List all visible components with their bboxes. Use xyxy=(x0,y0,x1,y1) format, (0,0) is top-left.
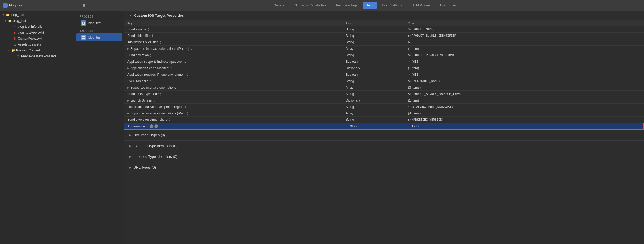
value-cell[interactable]: ⌃ Light xyxy=(405,123,644,130)
project-item-icon xyxy=(81,20,86,26)
value-cell[interactable]: ⌃ $(DEVELOPMENT_LANGUAGE) xyxy=(405,104,644,110)
tab-build-phases[interactable]: Build Phases xyxy=(407,2,435,9)
tree-root[interactable]: ▼ 📁 blog_test xyxy=(0,12,75,18)
table-row[interactable]: Bundle version ▲▼ String $(CURRENT_PROJE… xyxy=(124,52,644,58)
table-row[interactable]: Bundle OS Type code ▲▼ String $(PRODUCT_… xyxy=(124,91,644,97)
row-stepper[interactable]: ▲▼ xyxy=(152,34,153,38)
row-label: Appearance xyxy=(128,124,145,128)
expand-arrow[interactable]: ▶ xyxy=(127,112,129,115)
value-cell[interactable]: $(PRODUCT_NAME) xyxy=(405,26,644,33)
value-cell[interactable]: ⌃ YES xyxy=(405,58,644,65)
type-cell: Boolean xyxy=(342,71,405,78)
tree-preview-content[interactable]: ▼ 📁 Preview Content xyxy=(0,47,75,53)
type-cell: Array xyxy=(342,110,405,117)
target-item-label: blog_test xyxy=(88,36,102,39)
row-label: Supported interface orientations (iPad) xyxy=(130,111,186,115)
row-stepper[interactable]: ▲▼ xyxy=(187,60,189,64)
table-row[interactable]: ▶ Supported interface orientations (iPad… xyxy=(124,110,644,117)
url-types-section[interactable]: ▶ URL Types (0) xyxy=(124,162,644,173)
tree-app-swift[interactable]: S blog_testApp.swift xyxy=(0,30,75,36)
row-label: Application supports indirect input even… xyxy=(127,60,186,64)
type-cell: ⌃ String xyxy=(342,123,405,130)
tab-resource[interactable]: Resource Tags xyxy=(332,2,362,9)
value-cell: (4 items) xyxy=(405,110,644,117)
target-item[interactable]: blog_test xyxy=(76,33,122,41)
tab-build-settings[interactable]: Build Settings xyxy=(378,2,406,9)
row-stepper[interactable]: ▲▼ xyxy=(177,86,179,89)
swift-icon-1: S xyxy=(13,31,17,34)
dropdown-arrow: ⌃ xyxy=(408,61,410,63)
xcassets-icon: ⊡ xyxy=(13,43,17,46)
appearance-row[interactable]: Appearance ▲▼ − + ⌃ String xyxy=(124,123,644,130)
table-row[interactable]: InfoDictionary version ▲▼ String 6.0 xyxy=(124,39,644,46)
key-cell: Bundle name ▲▼ xyxy=(124,26,342,33)
value-cell[interactable]: 6.0 xyxy=(405,39,644,46)
table-row[interactable]: Localization native development region ▲… xyxy=(124,104,644,110)
row-stepper[interactable]: ▲▼ xyxy=(150,53,152,57)
table-row[interactable]: Bundle identifier ▲▼ String $(PRODUCT_BU… xyxy=(124,33,644,39)
row-stepper[interactable]: ▲▼ xyxy=(187,111,188,115)
project-item[interactable]: blog_test xyxy=(76,19,122,27)
row-stepper[interactable]: ▲▼ xyxy=(148,27,149,31)
expand-arrow[interactable]: ▶ xyxy=(127,99,129,102)
row-plus-button[interactable]: + xyxy=(154,124,158,128)
table-row[interactable]: Bundle version string (short) ▲▼ String … xyxy=(124,117,644,123)
row-stepper[interactable]: ▲▼ xyxy=(169,118,171,121)
table-row[interactable]: Bundle name ▲▼ String $(PRODUCT_NAME) xyxy=(124,26,644,33)
svg-rect-3 xyxy=(82,37,85,38)
app-icon: B xyxy=(3,3,8,8)
tab-general[interactable]: General xyxy=(269,2,289,9)
tree-assets[interactable]: ⊡ Assets.xcassets xyxy=(0,41,75,47)
custom-section-title: Custom iOS Target Properties xyxy=(134,13,184,18)
tab-info[interactable]: Info xyxy=(363,2,377,9)
value-cell[interactable]: $(EXECUTABLE_NAME) xyxy=(405,78,644,84)
exported-type-section[interactable]: ▶ Exported Type Identifiers (0) xyxy=(124,141,644,151)
document-types-section[interactable]: ▶ Document Types (0) xyxy=(124,130,644,141)
sidebar-toggle-button[interactable]: ⊞ xyxy=(81,2,87,9)
expand-arrow[interactable]: ▶ xyxy=(127,86,129,89)
value-cell[interactable]: $(PRODUCT_BUNDLE_PACKAGE_TYPE) xyxy=(405,91,644,97)
custom-section-chevron: ▼ xyxy=(129,14,132,17)
row-stepper[interactable]: ▲▼ xyxy=(186,73,188,76)
table-row[interactable]: Application requires iPhone environment … xyxy=(124,71,644,78)
tree-plist-file[interactable]: ≡ blog-test-Info.plist xyxy=(0,24,75,30)
value-cell[interactable]: $(PRODUCT_BUNDLE_IDENTIFIER) xyxy=(405,33,644,39)
table-row[interactable]: Executable file ▲▼ String $(EXECUTABLE_N… xyxy=(124,78,644,84)
imported-type-section[interactable]: ▶ Imported Type Identifiers (0) xyxy=(124,151,644,162)
table-row[interactable]: ▶ Supported interface orientations (iPho… xyxy=(124,46,644,52)
row-minus-button[interactable]: − xyxy=(150,124,153,128)
row-stepper[interactable]: ▲▼ xyxy=(184,105,186,109)
tab-signing[interactable]: Signing & Capabilities xyxy=(290,2,331,9)
table-row[interactable]: ▶ Supported interface orientations ▲▼ Ar… xyxy=(124,84,644,91)
type-cell: String xyxy=(342,78,405,84)
table-row[interactable]: Application supports indirect input even… xyxy=(124,58,644,65)
expand-arrow[interactable]: ▶ xyxy=(127,47,129,50)
tab-build-rules[interactable]: Build Rules xyxy=(436,2,461,9)
table-row[interactable]: ▶ Application Scene Manifest ▲▼ Dictiona… xyxy=(124,65,644,71)
row-label: Supported interface orientations xyxy=(130,86,176,89)
row-stepper[interactable]: ▲▼ xyxy=(149,79,151,83)
value-cell[interactable]: $(CURRENT_PROJECT_VERSION) xyxy=(405,52,644,58)
table-row[interactable]: ▶ Launch Screen ▲▼ Dictionary (1 item) xyxy=(124,97,644,104)
row-stepper[interactable]: ▲▼ xyxy=(190,47,192,51)
root-label: blog_test xyxy=(11,13,24,17)
row-label: Localization native development region xyxy=(127,105,183,109)
value-cell[interactable]: $(MARKETING_VERSION) xyxy=(405,117,644,123)
tree-preview-assets[interactable]: ⊡ Preview Assets.xcassets xyxy=(0,53,75,59)
row-stepper[interactable]: ▲▼ xyxy=(159,40,161,44)
preview-folder-icon: 📁 xyxy=(11,49,15,52)
type-cell: Array xyxy=(342,84,405,91)
value-cell[interactable]: ⌃ YES xyxy=(405,71,644,78)
expand-arrow[interactable]: ▶ xyxy=(127,67,129,69)
custom-section-header[interactable]: ▼ Custom iOS Target Properties xyxy=(124,11,644,20)
key-cell: Appearance ▲▼ − + xyxy=(124,123,342,130)
row-stepper[interactable]: ▲▼ xyxy=(153,99,155,102)
row-stepper[interactable]: ▲▼ xyxy=(170,66,172,70)
main-layout: ▼ 📁 blog_test ▼ 📁 blog_test ≡ blog-test-… xyxy=(0,11,644,244)
tree-content-view[interactable]: S ContentView.swift xyxy=(0,36,75,41)
row-stepper[interactable]: ▲▼ xyxy=(146,124,148,128)
key-cell: ▶ Launch Screen ▲▼ xyxy=(124,97,342,104)
row-label: Bundle OS Type code xyxy=(127,92,159,96)
row-stepper[interactable]: ▲▼ xyxy=(160,92,162,96)
tree-blog-test-folder[interactable]: ▼ 📁 blog_test xyxy=(0,18,75,24)
